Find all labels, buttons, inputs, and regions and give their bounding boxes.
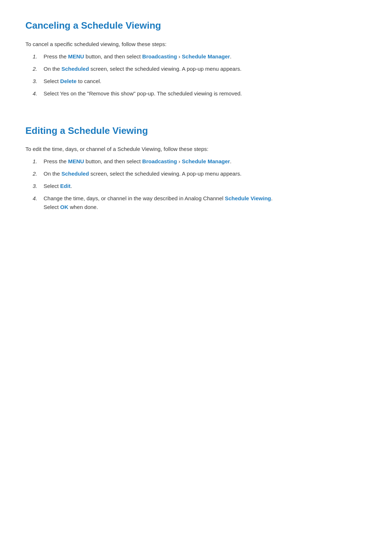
cancel-step-4-number: 4. <box>25 89 44 98</box>
edit-section: Editing a Schedule Viewing To edit the t… <box>25 123 367 212</box>
cancel-step-3: 3. Select Delete to cancel. <box>25 77 367 86</box>
edit-step-3: 3. Select Edit. <box>25 182 367 190</box>
edit-section-title: Editing a Schedule Viewing <box>25 123 367 139</box>
cancel-step-4: 4. Select Yes on the "Remove this show" … <box>25 89 367 98</box>
edit-step-2-number: 2. <box>25 169 44 178</box>
broadcasting-keyword-2: Broadcasting <box>142 158 177 164</box>
edit-steps-list: 1. Press the MENU button, and then selec… <box>25 157 367 212</box>
edit-step-4-content: Change the time, days, or channel in the… <box>44 194 367 212</box>
schedule-viewing-keyword: Schedule Viewing <box>225 195 271 201</box>
section-divider <box>25 112 367 123</box>
edit-intro-text: To edit the time, days, or channel of a … <box>25 145 367 153</box>
scheduled-keyword-1: Scheduled <box>61 66 89 72</box>
ok-keyword: OK <box>60 204 69 210</box>
schedule-manager-keyword-1: Schedule Manager <box>182 53 230 59</box>
edit-step-4: 4. Change the time, days, or channel in … <box>25 194 367 212</box>
edit-step-1-content: Press the MENU button, and then select B… <box>44 157 367 166</box>
edit-step-1-number: 1. <box>25 157 44 166</box>
edit-step-2-content: On the Scheduled screen, select the sche… <box>44 169 367 178</box>
cancel-step-1: 1. Press the MENU button, and then selec… <box>25 52 367 61</box>
cancel-section: Canceling a Schedule Viewing To cancel a… <box>25 18 367 98</box>
edit-step-3-number: 3. <box>25 182 44 190</box>
edit-step-2: 2. On the Scheduled screen, select the s… <box>25 169 367 178</box>
cancel-step-3-content: Select Delete to cancel. <box>44 77 367 86</box>
menu-keyword-1: MENU <box>68 53 84 59</box>
schedule-manager-keyword-2: Schedule Manager <box>182 158 230 164</box>
cancel-section-title: Canceling a Schedule Viewing <box>25 18 367 33</box>
cancel-step-1-number: 1. <box>25 52 44 61</box>
edit-step-3-content: Select Edit. <box>44 182 367 190</box>
broadcasting-keyword-1: Broadcasting <box>142 53 177 59</box>
menu-keyword-2: MENU <box>68 158 84 164</box>
cancel-step-2: 2. On the Scheduled screen, select the s… <box>25 65 367 73</box>
scheduled-keyword-2: Scheduled <box>61 171 89 177</box>
cancel-step-3-number: 3. <box>25 77 44 86</box>
edit-keyword: Edit <box>60 183 70 189</box>
cancel-step-2-number: 2. <box>25 65 44 73</box>
cancel-steps-list: 1. Press the MENU button, and then selec… <box>25 52 367 98</box>
cancel-intro-text: To cancel a specific scheduled viewing, … <box>25 40 367 49</box>
cancel-step-1-content: Press the MENU button, and then select B… <box>44 52 367 61</box>
cancel-step-2-content: On the Scheduled screen, select the sche… <box>44 65 367 73</box>
cancel-step-4-content: Select Yes on the "Remove this show" pop… <box>44 89 367 98</box>
delete-keyword: Delete <box>60 78 77 84</box>
edit-step-1: 1. Press the MENU button, and then selec… <box>25 157 367 166</box>
edit-step-4-number: 4. <box>25 194 44 203</box>
